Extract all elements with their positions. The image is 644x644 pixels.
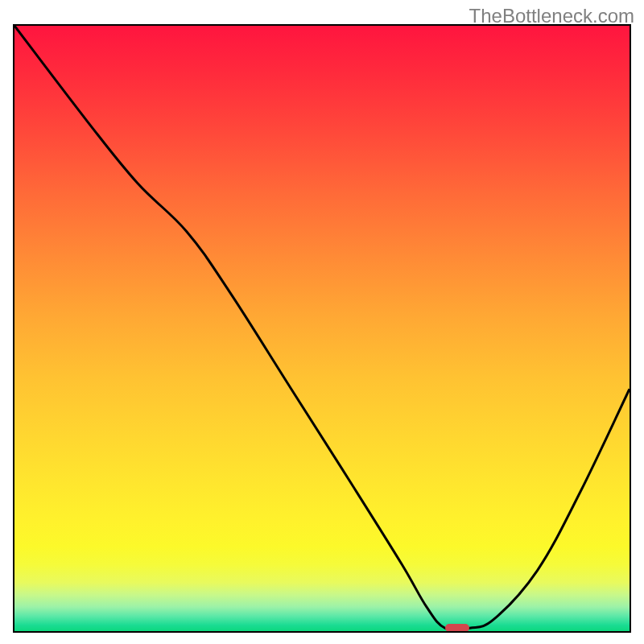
bottleneck-curve-path <box>14 26 630 630</box>
optimal-point-marker <box>445 624 470 633</box>
watermark-text: TheBottleneck.com <box>469 5 634 27</box>
bottleneck-curve-svg <box>14 26 630 631</box>
chart-frame <box>13 24 631 633</box>
